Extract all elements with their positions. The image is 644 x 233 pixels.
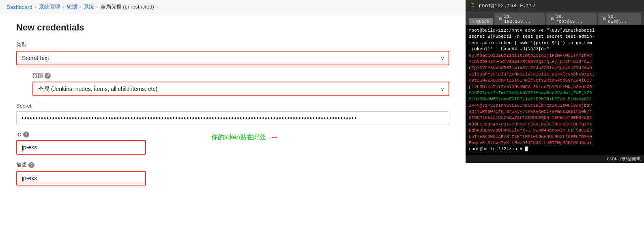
quick-tab-label: Quick xyxy=(476,19,489,24)
scope-help-icon[interactable]: ? xyxy=(45,73,51,79)
tab3-label: 30. qwe@... xyxy=(608,14,637,24)
breadcrumb-sep-1: › xyxy=(35,4,36,10)
terminal-line: W1lc3BhY2UiOiJjZXNNOIiwia3ViZXJuZXRlcy5p… xyxy=(469,71,641,78)
breadcrumb-sep-5: › xyxy=(157,4,158,10)
terminal-line: 3QtYWRtaW4ifQ.Drwkyv7vKxKvNwCl7ePmAsZaBl… xyxy=(469,109,641,115)
breadcrumb-sep-4: › xyxy=(97,4,98,10)
id-label: ID ? xyxy=(16,132,449,138)
breadcrumb-dashboard[interactable]: Dashboard xyxy=(6,4,32,10)
secret-label: Secret xyxy=(16,103,449,109)
tab1-icon: 🖥 xyxy=(498,17,502,22)
terminal-line: BghK0gLx0aqUH4MZEl6YX-IFVwpW4H5osNlcFNtF… xyxy=(469,127,641,134)
terminal-line: 0TODMt0kacIUk2noWZ3rTZtMDCE0kN-tBPecpfSE… xyxy=(469,115,641,121)
terminal-line: EaqsvR-SfCvkZyKttBmzO6JZHJKfto5I7WgMJKIH… xyxy=(469,140,641,146)
type-field-group: 类型 Secret text ∨ xyxy=(16,41,449,65)
breadcrumb-sep-2: › xyxy=(62,4,64,10)
terminal-window: 🖥 root@192.168.0.112 ⚡ Quick 🖥 21. 192.1… xyxy=(466,0,644,163)
type-label: 类型 xyxy=(16,41,449,48)
terminal-line: secret $(kubectl -n test get secret test… xyxy=(469,34,641,40)
terminal-body: root@build-112:/mnt# echo -e "\033[31m$(… xyxy=(466,25,644,155)
form-area: New credentials 类型 Secret text ∨ 范围 ? 全局… xyxy=(0,14,466,200)
terminal-line: gQ9LiJpqhAd-out-cHonsneS9a1NWSL3NqdwZrC0… xyxy=(469,121,641,127)
tab3-icon: 🖥 xyxy=(602,17,606,22)
scope-select-wrapper: 全局 (Jenkins, nodes, items, all child ite… xyxy=(32,82,449,96)
terminal-line: Y1hN0GRhazVCWmV0Um1mRVNEYzQifQ.eyJpc3MiO… xyxy=(469,59,641,65)
terminal-tab-3[interactable]: 🖥 30. qwe@... xyxy=(598,13,641,25)
secret-input[interactable] xyxy=(16,111,449,125)
id-help-icon[interactable]: ? xyxy=(23,132,29,138)
breadcrumb-sep-3: › xyxy=(79,4,81,10)
terminal-line: root@build-112:/mnt# echo -e "\033[31m$(… xyxy=(469,28,641,34)
terminal-tab-1[interactable]: 🖥 21. 192.168... xyxy=(494,13,545,25)
tab2-label: 29. root@19... xyxy=(556,14,592,24)
breadcrumb: Dashboard › 系统管理 › 凭据 › 系统 › 全局凭据 (unres… xyxy=(0,0,466,14)
tab2-icon: 🖥 xyxy=(550,17,554,22)
tab1-label: 21. 192.168... xyxy=(504,14,541,24)
breadcrumb-sysadmin[interactable]: 系统管理 xyxy=(39,3,60,11)
terminal-panel: 🖥 root@192.168.0.112 ⚡ Quick 🖥 21. 192.1… xyxy=(466,0,644,233)
csdn-watermark: CSDN @野猪佩琪 xyxy=(466,155,644,163)
breadcrumb-system[interactable]: 系统 xyxy=(84,3,94,11)
desc-field-group: 描述 ? xyxy=(16,161,449,186)
breadcrumb-credentials[interactable]: 凭据 xyxy=(67,3,77,11)
terminal-line: C1hZG1pbiIsImt1YmVybmV0ZXMuaW8vc2VydmljZ… xyxy=(469,90,641,96)
terminal-title: root@192.168.0.112 xyxy=(479,3,535,9)
terminal-line: nZpY2VhY3NvdW50Iiwia3ViZXJuZXRlcy5pby9zZ… xyxy=(469,65,641,71)
terminal-line: LnT4eShGM0oAEcNfZxkTfPMtwOJoeNUcNN2f10FE… xyxy=(469,134,641,140)
terminal-icon: 🖥 xyxy=(470,2,475,9)
terminal-line: ZA4MjY3YyIsInN1YiI6InN5c3RlbTpzZXJ2aWNlY… xyxy=(469,103,641,109)
terminal-line: test-admin-token | awk '{print $1}') -o … xyxy=(469,40,641,46)
breadcrumb-global: 全局凭据 (unrestricted) xyxy=(101,3,154,11)
terminal-line: eyJhbGciOiJSUzI1NiIsImtpZCI6IjlFZmFkWklT… xyxy=(469,53,641,59)
terminal-tabs: ⚡ Quick 🖥 21. 192.168... 🖥 29. root@19..… xyxy=(466,11,644,25)
scope-select[interactable]: 全局 (Jenkins, nodes, items, all child ite… xyxy=(32,82,449,96)
main-content: Dashboard › 系统管理 › 凭据 › 系统 › 全局凭据 (unres… xyxy=(0,0,466,233)
desc-input[interactable] xyxy=(16,171,146,186)
scope-field-group: 范围 ? 全局 (Jenkins, nodes, items, all chil… xyxy=(32,72,449,96)
quick-tab-icon: ⚡ xyxy=(472,19,474,24)
terminal-tab-quick[interactable]: ⚡ Quick xyxy=(469,18,493,25)
type-select-wrapper: Secret text ∨ xyxy=(16,51,449,65)
id-field-group: ID ? xyxy=(16,132,449,155)
scope-label: 范围 ? xyxy=(32,72,449,79)
id-input[interactable] xyxy=(16,140,146,155)
terminal-line: S1hY2NvdW50LnVpZCI6IjjgY1E2MTNiLTFmYzEtN… xyxy=(469,96,641,102)
type-select[interactable]: Secret text xyxy=(16,51,449,65)
terminal-line: plvL3NlcnZpY2VhY3NvdW50L3NlcnZpY2UtYWNjb… xyxy=(469,84,641,90)
terminal-tab-2[interactable]: 🖥 29. root@19... xyxy=(546,13,597,25)
terminal-line: .token}}' | base64 -d)\033[0m" xyxy=(469,46,641,52)
secret-field-group: Secret xyxy=(16,103,449,125)
terminal-line: root@build-112:/mnt# █ xyxy=(469,146,641,152)
terminal-header: 🖥 root@192.168.0.112 xyxy=(466,0,644,11)
terminal-line: C9zZWNyZXQubmFtZSI6InRlc3QtYWRtaW4tdG9rZ… xyxy=(469,78,641,84)
desc-help-icon[interactable]: ? xyxy=(28,162,34,168)
desc-label: 描述 ? xyxy=(16,161,449,168)
page-title: New credentials xyxy=(16,22,449,33)
